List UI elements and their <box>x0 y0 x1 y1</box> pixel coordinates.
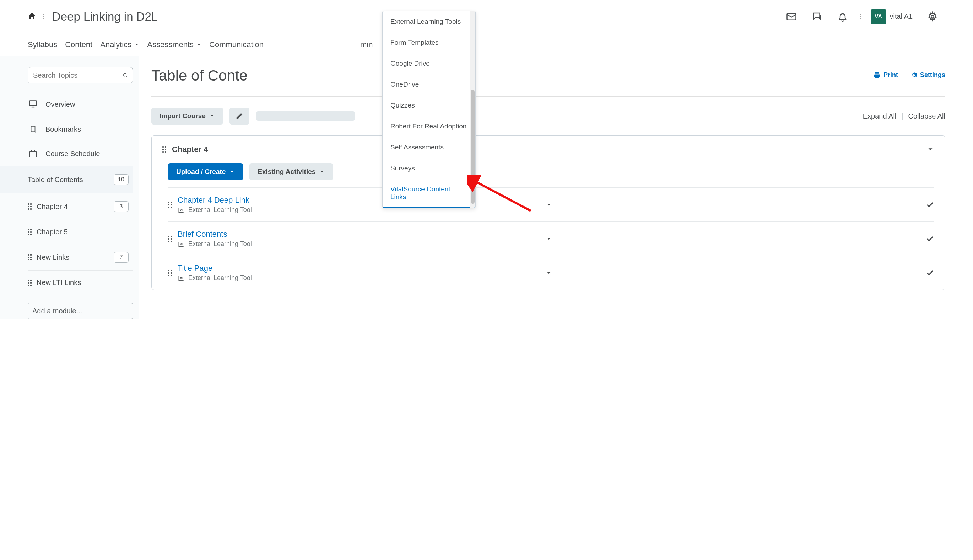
check-icon <box>926 268 934 277</box>
drag-handle-icon[interactable] <box>28 280 32 286</box>
external-tool-icon <box>177 275 185 282</box>
topic-title-link[interactable]: Title Page <box>177 264 540 273</box>
button-label: Import Course <box>159 112 206 120</box>
external-tool-icon <box>177 241 185 248</box>
top-bar: Deep Linking in D2L VA vital A1 <box>0 0 973 33</box>
nav-analytics[interactable]: Analytics <box>100 40 139 49</box>
topic-actions-chevron[interactable] <box>546 202 552 208</box>
dropdown-item[interactable]: Surveys <box>383 158 475 179</box>
drag-handle-icon[interactable] <box>162 146 166 153</box>
nav-content[interactable]: Content <box>65 40 92 49</box>
sidebar-module-new-links[interactable]: New Links 7 <box>28 244 133 271</box>
sidebar-schedule[interactable]: Course Schedule <box>28 142 133 166</box>
module-name: New Links <box>37 253 69 262</box>
expand-all-link[interactable]: Expand All <box>863 112 897 120</box>
svg-rect-3 <box>30 101 37 105</box>
course-navbar: Syllabus Content Analytics Assessments C… <box>0 33 973 57</box>
topic-type-label: External Learning Tool <box>188 240 252 248</box>
print-button[interactable]: Print <box>874 71 898 79</box>
check-icon <box>926 200 934 209</box>
nav-assessments[interactable]: Assessments <box>147 40 201 49</box>
print-icon <box>874 72 881 79</box>
dropdown-item[interactable]: External Learning Tools <box>383 12 475 32</box>
nav-syllabus[interactable]: Syllabus <box>28 40 57 49</box>
upload-create-button[interactable]: Upload / Create <box>168 163 243 180</box>
drag-handle-icon[interactable] <box>28 229 32 235</box>
drag-handle-icon[interactable] <box>28 203 32 210</box>
settings-button[interactable]: Settings <box>910 71 945 79</box>
svg-rect-4 <box>30 151 36 157</box>
chevron-down-icon <box>319 169 325 175</box>
import-course-button[interactable]: Import Course <box>151 108 223 125</box>
sidebar-label: Bookmarks <box>45 125 81 133</box>
username-label[interactable]: vital A1 <box>890 12 913 21</box>
drag-handle-icon[interactable] <box>168 236 172 242</box>
hidden-button-behind-dropdown[interactable] <box>256 112 355 121</box>
button-label: Upload / Create <box>176 168 226 176</box>
search-icon[interactable] <box>123 71 127 80</box>
button-label: Existing Activities <box>257 168 316 176</box>
course-title[interactable]: Deep Linking in D2L <box>52 10 158 23</box>
sidebar-toc-header[interactable]: Table of Contents 10 <box>0 166 133 193</box>
bulk-edit-button[interactable] <box>229 108 249 125</box>
gear-icon <box>910 72 917 79</box>
bell-icon[interactable] <box>834 8 851 25</box>
svg-point-2 <box>124 73 127 76</box>
gear-icon[interactable] <box>924 8 941 25</box>
calendar-icon <box>28 149 38 158</box>
dropdown-item[interactable]: Quizzes <box>383 95 475 116</box>
dropdown-item[interactable]: OneDrive <box>383 74 475 95</box>
topic-actions-chevron[interactable] <box>546 270 552 276</box>
sidebar-module-new-lti-links[interactable]: New LTI Links <box>28 271 133 295</box>
topic-type-label: External Learning Tool <box>188 206 252 213</box>
more-icon[interactable] <box>860 14 861 19</box>
nav-admin-partial[interactable]: min <box>360 40 373 49</box>
sidebar-label: Course Schedule <box>45 150 100 158</box>
collapse-all-link[interactable]: Collapse All <box>908 112 945 120</box>
content-sidebar: Overview Bookmarks Course Schedule Table… <box>0 57 139 319</box>
check-icon <box>926 235 934 243</box>
dropdown-scrollbar[interactable] <box>470 12 475 208</box>
chat-icon[interactable] <box>809 8 826 25</box>
sidebar-overview[interactable]: Overview <box>28 92 133 117</box>
module-panel-title[interactable]: Chapter 4 <box>172 145 208 154</box>
drag-handle-icon[interactable] <box>168 270 172 276</box>
overview-icon <box>28 100 38 109</box>
chevron-down-icon <box>229 169 235 175</box>
existing-activities-button[interactable]: Existing Activities <box>249 163 333 180</box>
drag-handle-icon[interactable] <box>168 202 172 208</box>
mail-icon[interactable] <box>783 8 800 25</box>
bookmark-icon <box>28 125 38 134</box>
sidebar-module-chapter-5[interactable]: Chapter 5 <box>28 220 133 244</box>
topic-type-label: External Learning Tool <box>188 274 252 282</box>
nav-communication[interactable]: Communication <box>209 40 264 49</box>
chevron-down-icon <box>196 42 201 47</box>
course-menu-icon[interactable] <box>43 14 44 19</box>
dropdown-item[interactable]: Form Templates <box>383 32 475 53</box>
topic-title-link[interactable]: Brief Contents <box>177 230 540 239</box>
separator: | <box>901 112 903 120</box>
collapse-icon[interactable] <box>926 145 934 153</box>
sidebar-bookmarks[interactable]: Bookmarks <box>28 117 133 142</box>
toc-label: Table of Contents <box>28 176 83 184</box>
topic-title-link[interactable]: Chapter 4 Deep Link <box>177 195 540 205</box>
main-content: Table of Conte Print Settings Import Cou… <box>139 57 973 319</box>
topic-actions-chevron[interactable] <box>546 236 552 242</box>
settings-label: Settings <box>920 71 945 79</box>
module-name: Chapter 5 <box>37 228 68 236</box>
sidebar-module-chapter-4[interactable]: Chapter 4 3 <box>28 193 133 220</box>
dropdown-item[interactable]: Self Assessments <box>383 137 475 158</box>
avatar[interactable]: VA <box>871 9 886 25</box>
add-module-input[interactable]: Add a module... <box>28 303 133 319</box>
chevron-down-icon <box>134 42 139 47</box>
module-count-badge: 7 <box>114 252 129 263</box>
search-topics-input[interactable] <box>33 71 123 80</box>
drag-handle-icon[interactable] <box>28 254 32 260</box>
dropdown-item[interactable]: Robert For Real Adoption <box>383 116 475 137</box>
chevron-down-icon <box>209 113 215 119</box>
module-count-badge: 3 <box>114 201 129 212</box>
dropdown-item[interactable]: Google Drive <box>383 53 475 74</box>
search-topics-wrap[interactable] <box>28 67 133 83</box>
dropdown-item[interactable]: VitalSource Content Links <box>383 178 475 208</box>
home-icon[interactable] <box>28 12 36 22</box>
